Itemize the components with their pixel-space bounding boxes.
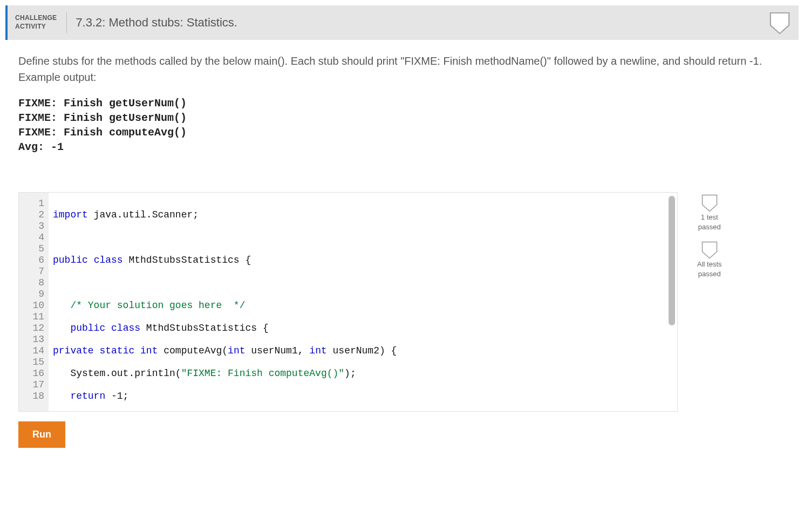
challenge-label-line2: ACTIVITY bbox=[15, 23, 57, 31]
code-editor[interactable]: 123456789101112131415161718 import java.… bbox=[18, 192, 678, 412]
line-gutter: 123456789101112131415161718 bbox=[19, 193, 49, 411]
instructions-text: Define stubs for the methods called by t… bbox=[18, 53, 786, 85]
test-status-sidebar: 1 test passed All tests passed bbox=[697, 192, 722, 278]
activity-title: 7.3.2: Method stubs: Statistics. bbox=[67, 16, 237, 30]
example-output: FIXME: Finish getUserNum() FIXME: Finish… bbox=[18, 96, 786, 154]
shield-icon bbox=[768, 12, 791, 37]
shield-icon bbox=[701, 241, 718, 257]
one-test-passed-badge: 1 test passed bbox=[698, 194, 721, 231]
code-content[interactable]: import java.util.Scanner; public class M… bbox=[49, 193, 677, 411]
scrollbar[interactable] bbox=[669, 196, 675, 325]
all-tests-passed-badge: All tests passed bbox=[697, 241, 722, 278]
activity-header: CHALLENGE ACTIVITY 7.3.2: Method stubs: … bbox=[5, 5, 799, 40]
challenge-label-line1: CHALLENGE bbox=[15, 14, 57, 23]
challenge-badge: CHALLENGE ACTIVITY bbox=[8, 14, 66, 31]
shield-icon bbox=[701, 194, 718, 210]
run-button[interactable]: Run bbox=[18, 421, 65, 448]
